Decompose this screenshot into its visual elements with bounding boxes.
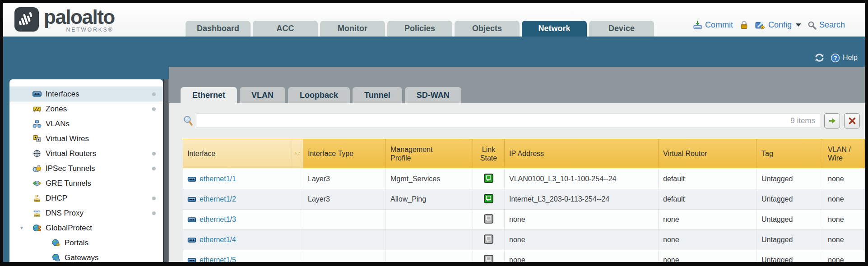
search-label: Search bbox=[819, 20, 845, 30]
config-menu-button[interactable]: Config bbox=[755, 20, 801, 30]
tab-sd-wan[interactable]: SD-WAN bbox=[405, 87, 461, 103]
nav-tab-policies[interactable]: Policies bbox=[387, 21, 452, 37]
nav-tab-network[interactable]: Network bbox=[522, 21, 587, 37]
column-header-virtual-router[interactable]: Virtual Router bbox=[659, 139, 757, 168]
cell-tag: Untagged bbox=[757, 169, 823, 189]
brand-name: paloalto bbox=[44, 7, 115, 28]
interface-link[interactable]: ethernet1/2 bbox=[200, 195, 236, 203]
header-actions: Commit Config Search bbox=[693, 20, 845, 30]
tab-ethernet[interactable]: Ethernet bbox=[181, 87, 237, 103]
interface-link[interactable]: ethernet1/4 bbox=[200, 236, 236, 244]
column-header-interface-type[interactable]: Interface Type bbox=[303, 139, 386, 168]
interface-icon bbox=[187, 217, 196, 223]
sidebar-item-ipsec-tunnels[interactable]: IPSec Tunnels bbox=[9, 161, 163, 176]
sidebar-item-label: IPSec Tunnels bbox=[46, 164, 95, 173]
sidebar-item-vlans[interactable]: VLANs bbox=[9, 116, 163, 131]
cell-tag: Untagged bbox=[757, 210, 823, 229]
sort-dropdown-icon[interactable] bbox=[292, 139, 303, 168]
cell-vlan-wire: none bbox=[823, 210, 865, 229]
nav-tab-device[interactable]: Device bbox=[589, 21, 654, 37]
cell-vlan-wire: none bbox=[823, 189, 865, 209]
cell-interface: ethernet1/5 bbox=[183, 250, 303, 262]
tab-loopback[interactable]: Loopback bbox=[288, 87, 350, 103]
table-row[interactable]: ethernet1/2Layer3Allow_PingInternet_L3_2… bbox=[183, 189, 865, 210]
interface-icon bbox=[187, 197, 196, 202]
sidebar-splitter[interactable] bbox=[163, 79, 169, 262]
tab-vlan[interactable]: VLAN bbox=[240, 87, 285, 103]
column-header-tag[interactable]: Tag bbox=[757, 139, 823, 168]
virtual-routers-icon bbox=[32, 150, 42, 158]
table-row[interactable]: ethernet1/1Layer3Mgmt_ServicesVLAN0100_L… bbox=[183, 169, 865, 189]
sidebar-item-label: Portals bbox=[65, 238, 88, 248]
sidebar-item-label: Virtual Wires bbox=[46, 134, 89, 143]
virtual-wires-icon bbox=[32, 135, 42, 143]
close-icon bbox=[848, 117, 856, 125]
column-header-link-state[interactable]: Link State bbox=[473, 139, 505, 168]
sidebar-item-label: DHCP bbox=[46, 194, 67, 203]
refresh-icon[interactable] bbox=[814, 53, 825, 63]
sidebar-item-interfaces[interactable]: Interfaces bbox=[9, 87, 163, 101]
link-down-icon bbox=[484, 214, 493, 225]
status-dot bbox=[152, 211, 156, 215]
table-body: ethernet1/1Layer3Mgmt_ServicesVLAN0100_L… bbox=[183, 169, 865, 262]
sidebar-item-dhcp[interactable]: IPDHCP bbox=[9, 191, 163, 206]
sidebar-item-virtual-wires[interactable]: Virtual Wires bbox=[9, 131, 163, 146]
interface-link[interactable]: ethernet1/1 bbox=[200, 175, 236, 183]
content-tabs: EthernetVLANLoopbackTunnelSD-WAN bbox=[181, 87, 461, 103]
table-row[interactable]: ethernet1/4nonenoneUntaggednone bbox=[183, 230, 865, 250]
column-header-vlan-wire[interactable]: VLAN / Wire bbox=[823, 139, 865, 168]
tab-tunnel[interactable]: Tunnel bbox=[353, 87, 402, 103]
column-header-interface[interactable]: Interface bbox=[183, 139, 303, 168]
expander-icon[interactable]: ▼ bbox=[19, 225, 24, 230]
cell-virtual-router: default bbox=[659, 189, 757, 209]
table-row[interactable]: ethernet1/3nonenoneUntaggednone bbox=[183, 210, 865, 230]
sidebar-item-label: Virtual Routers bbox=[46, 149, 96, 158]
cell-ip-address: none bbox=[505, 250, 659, 262]
filter-input[interactable] bbox=[196, 114, 820, 128]
sidebar-item-zones[interactable]: Zones bbox=[9, 101, 163, 116]
column-header-management-profile[interactable]: Management Profile bbox=[386, 139, 473, 168]
cell-interface-type bbox=[303, 210, 386, 229]
cell-management-profile: Mgmt_Services bbox=[386, 169, 473, 189]
sidebar-item-globalprotect[interactable]: ▼GlobalProtect bbox=[9, 220, 163, 235]
column-header-label: Management Profile bbox=[390, 145, 441, 162]
lock-icon[interactable] bbox=[739, 20, 749, 30]
sidebar-item-virtual-routers[interactable]: Virtual Routers bbox=[9, 146, 163, 161]
brand-text: paloalto NETWORKS® bbox=[44, 7, 115, 33]
paloalto-logo: paloalto NETWORKS® bbox=[14, 7, 115, 33]
interface-link[interactable]: ethernet1/5 bbox=[200, 256, 236, 262]
filter-magnifier-icon bbox=[182, 115, 193, 127]
zones-icon bbox=[32, 105, 42, 113]
link-down-icon bbox=[484, 234, 493, 246]
apply-filter-button[interactable] bbox=[824, 113, 840, 128]
search-button[interactable]: Search bbox=[808, 20, 845, 30]
portals-icon bbox=[51, 239, 61, 247]
cell-management-profile bbox=[386, 250, 473, 262]
cell-virtual-router: none bbox=[659, 210, 757, 229]
nav-tab-dashboard[interactable]: Dashboard bbox=[186, 21, 251, 37]
column-header-label: Interface bbox=[187, 149, 292, 158]
sidebar-item-gateways[interactable]: Gateways bbox=[9, 250, 163, 262]
column-header-ip-address[interactable]: IP Address bbox=[505, 139, 659, 168]
cell-link-state bbox=[473, 250, 505, 262]
nav-tab-objects[interactable]: Objects bbox=[455, 21, 520, 37]
help-button[interactable]: ? Help bbox=[831, 53, 858, 63]
sidebar-item-label: Gateways bbox=[65, 253, 99, 262]
column-header-label: IP Address bbox=[509, 149, 544, 158]
cell-link-state bbox=[473, 210, 505, 229]
cell-interface: ethernet1/4 bbox=[183, 230, 303, 250]
sidebar-item-portals[interactable]: Portals bbox=[9, 235, 163, 250]
globalprotect-icon bbox=[32, 224, 42, 232]
interface-link[interactable]: ethernet1/3 bbox=[200, 216, 236, 224]
clear-filter-button[interactable] bbox=[844, 113, 860, 128]
filter-row: 9 items bbox=[182, 113, 860, 128]
cell-virtual-router: none bbox=[659, 250, 757, 262]
sidebar-item-dns-proxy[interactable]: DNSDNS Proxy bbox=[9, 206, 163, 220]
cell-link-state bbox=[473, 230, 505, 250]
nav-tab-acc[interactable]: ACC bbox=[253, 21, 318, 37]
nav-tab-monitor[interactable]: Monitor bbox=[320, 21, 385, 37]
table-row[interactable]: ethernet1/5nonenoneUntaggednone bbox=[183, 250, 865, 262]
commit-button[interactable]: Commit bbox=[693, 20, 733, 30]
sidebar-item-gre-tunnels[interactable]: GRE Tunnels bbox=[9, 176, 163, 191]
cell-link-state bbox=[473, 169, 505, 189]
